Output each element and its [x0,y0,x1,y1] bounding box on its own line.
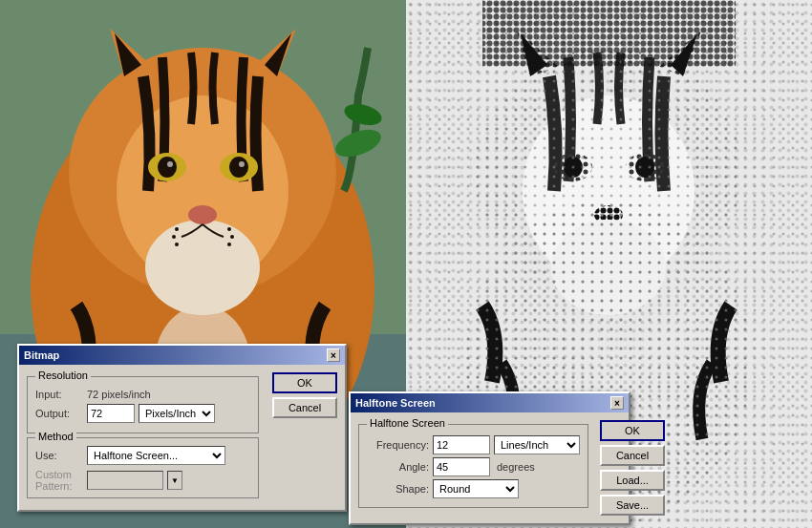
use-select[interactable]: Halftone Screen... [87,446,225,465]
degrees-label: degrees [497,461,535,473]
angle-label: Angle: [367,461,429,473]
halftone-ok-button[interactable]: OK [600,420,665,441]
svg-point-16 [227,227,231,231]
output-label: Output: [35,408,83,419]
svg-point-14 [172,235,176,239]
halftone-dialog-titlebar: Halftone Screen × [351,393,629,412]
halftone-close-button[interactable]: × [610,396,624,410]
bitmap-dialog: Bitmap × Resolution Input: 72 pixels/inc… [17,344,347,512]
resolution-group: Resolution Input: 72 pixels/inch Output:… [27,376,259,433]
bitmap-cancel-button[interactable]: Cancel [272,397,337,418]
angle-input[interactable] [433,457,490,476]
input-label: Input: [35,389,83,400]
bitmap-close-button[interactable]: × [327,348,340,362]
svg-point-5 [145,220,260,315]
svg-point-9 [229,157,248,178]
halftone-screen-group-label: Halftone Screen [367,417,448,429]
use-label: Use: [35,450,83,461]
bitmap-ok-button[interactable]: OK [272,372,337,393]
svg-point-17 [230,235,234,239]
svg-point-10 [167,161,173,167]
svg-rect-46 [482,0,736,67]
method-group-label: Method [35,431,76,442]
custom-pattern-label: Custom Pattern: [35,469,83,492]
svg-point-12 [188,205,217,224]
shape-label: Shape: [367,483,429,495]
bitmap-dialog-titlebar: Bitmap × [19,346,345,365]
svg-point-18 [227,243,231,246]
halftone-dialog: Halftone Screen × Halftone Screen Freque… [349,391,630,525]
frequency-input[interactable] [433,435,490,454]
svg-point-11 [239,161,245,167]
svg-point-13 [175,227,179,231]
halftone-cancel-button[interactable]: Cancel [600,445,665,466]
output-input[interactable] [87,404,135,423]
custom-pattern-arrow[interactable]: ▼ [167,471,182,490]
output-unit-select[interactable]: Pixels/Inch [139,404,215,423]
halftone-save-button[interactable]: Save... [600,495,665,516]
method-group: Method Use: Halftone Screen... Custom Pa… [27,437,259,498]
svg-point-15 [175,243,179,246]
halftone-dialog-title: Halftone Screen [355,397,436,409]
shape-select[interactable]: Round [433,479,519,498]
bitmap-dialog-title: Bitmap [24,349,59,361]
custom-pattern-input [87,471,163,490]
input-value: 72 pixels/inch [87,389,151,400]
halftone-screen-group: Halftone Screen Frequency: Lines/Inch An… [358,424,588,508]
halftone-load-button[interactable]: Load... [600,470,665,491]
frequency-unit-select[interactable]: Lines/Inch [494,435,580,454]
frequency-label: Frequency: [367,439,429,451]
svg-point-8 [158,157,177,178]
resolution-group-label: Resolution [35,370,91,381]
